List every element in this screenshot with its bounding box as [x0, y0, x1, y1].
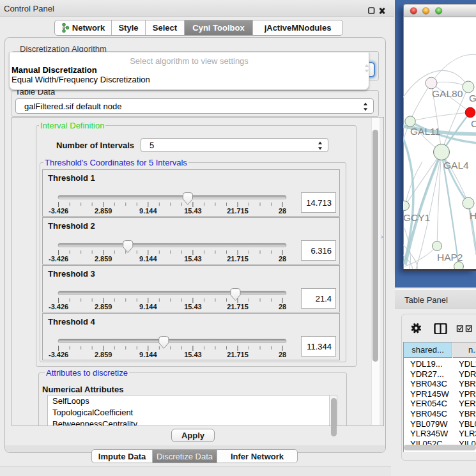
svg-text:2.859: 2.859	[95, 255, 112, 263]
svg-text:15.43: 15.43	[184, 351, 202, 358]
svg-text:21.715: 21.715	[227, 207, 249, 215]
svg-text:9.144: 9.144	[139, 207, 157, 215]
svg-text:GAL4: GAL4	[443, 160, 469, 171]
svg-text:GA: GA	[469, 93, 476, 104]
svg-text:2.859: 2.859	[95, 351, 112, 358]
svg-text:28: 28	[279, 255, 286, 263]
svg-text:2.859: 2.859	[95, 207, 112, 215]
svg-text:15.43: 15.43	[184, 207, 202, 215]
svg-text:21.715: 21.715	[227, 303, 249, 311]
svg-text:GCY1: GCY1	[403, 212, 430, 223]
svg-text:-3.426: -3.426	[49, 351, 68, 358]
svg-text:-3.426: -3.426	[49, 303, 68, 311]
svg-text:21.715: 21.715	[227, 255, 249, 263]
svg-text:15.43: 15.43	[184, 255, 202, 263]
svg-text:15.43: 15.43	[184, 303, 202, 311]
svg-text:28: 28	[279, 303, 286, 311]
svg-text:2.859: 2.859	[95, 303, 112, 311]
svg-text:9.144: 9.144	[139, 351, 157, 358]
svg-text:9.144: 9.144	[139, 303, 157, 311]
svg-text:21.715: 21.715	[227, 351, 249, 358]
svg-text:28: 28	[279, 351, 286, 358]
svg-text:-3.426: -3.426	[49, 255, 68, 263]
svg-text:GAL80: GAL80	[432, 88, 463, 99]
svg-text:HAP2: HAP2	[437, 252, 463, 263]
svg-text:GAL11: GAL11	[410, 126, 440, 137]
svg-text:H: H	[470, 210, 476, 221]
svg-text:9.144: 9.144	[139, 255, 157, 263]
svg-text:28: 28	[279, 207, 286, 215]
svg-text:-3.426: -3.426	[49, 207, 68, 215]
svg-text:CC: CC	[471, 118, 476, 129]
